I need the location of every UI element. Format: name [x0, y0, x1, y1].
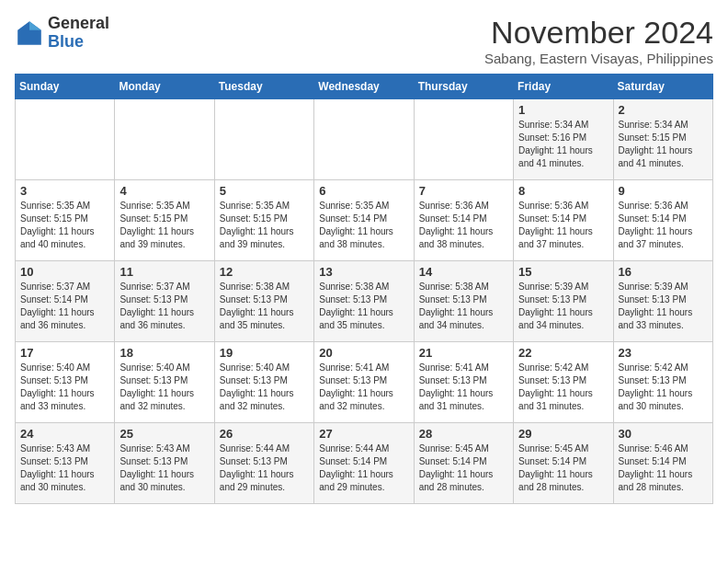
column-header-thursday: Thursday [414, 75, 513, 99]
day-info: Sunrise: 5:39 AM Sunset: 5:13 PM Dayligh… [518, 281, 608, 332]
day-number: 16 [619, 265, 708, 279]
day-info: Sunrise: 5:38 AM Sunset: 5:13 PM Dayligh… [220, 281, 309, 332]
day-number: 2 [619, 103, 708, 117]
logo: General Blue [15, 15, 109, 52]
calendar-week-row: 24Sunrise: 5:43 AM Sunset: 5:13 PM Dayli… [16, 423, 713, 504]
day-info: Sunrise: 5:44 AM Sunset: 5:14 PM Dayligh… [319, 442, 408, 494]
day-number: 20 [319, 346, 408, 360]
day-number: 1 [518, 103, 608, 117]
day-info: Sunrise: 5:41 AM Sunset: 5:13 PM Dayligh… [419, 362, 508, 413]
column-header-sunday: Sunday [16, 75, 115, 99]
day-info: Sunrise: 5:40 AM Sunset: 5:13 PM Dayligh… [220, 362, 309, 413]
logo-general: General [48, 14, 109, 32]
calendar-cell: 5Sunrise: 5:35 AM Sunset: 5:15 PM Daylig… [214, 180, 313, 261]
day-number: 14 [419, 265, 508, 279]
day-number: 5 [220, 184, 309, 198]
day-info: Sunrise: 5:42 AM Sunset: 5:13 PM Dayligh… [518, 362, 608, 413]
day-info: Sunrise: 5:35 AM Sunset: 5:15 PM Dayligh… [220, 200, 309, 251]
calendar-week-row: 17Sunrise: 5:40 AM Sunset: 5:13 PM Dayli… [16, 342, 713, 423]
calendar-cell: 13Sunrise: 5:38 AM Sunset: 5:13 PM Dayli… [314, 261, 414, 342]
day-number: 24 [20, 427, 109, 441]
logo-blue: Blue [48, 32, 84, 51]
day-info: Sunrise: 5:44 AM Sunset: 5:13 PM Dayligh… [220, 442, 309, 494]
day-number: 8 [518, 184, 608, 198]
day-number: 26 [220, 427, 309, 441]
day-number: 13 [319, 265, 408, 279]
day-number: 15 [518, 265, 608, 279]
calendar-cell: 27Sunrise: 5:44 AM Sunset: 5:14 PM Dayli… [314, 423, 414, 504]
calendar-cell: 22Sunrise: 5:42 AM Sunset: 5:13 PM Dayli… [514, 342, 613, 423]
calendar-cell: 10Sunrise: 5:37 AM Sunset: 5:14 PM Dayli… [16, 261, 115, 342]
day-info: Sunrise: 5:45 AM Sunset: 5:14 PM Dayligh… [518, 442, 608, 494]
calendar-cell [214, 99, 313, 180]
day-number: 27 [319, 427, 408, 441]
day-info: Sunrise: 5:42 AM Sunset: 5:13 PM Dayligh… [619, 362, 708, 413]
day-number: 25 [119, 427, 209, 441]
calendar-cell [314, 99, 414, 180]
calendar-cell: 18Sunrise: 5:40 AM Sunset: 5:13 PM Dayli… [115, 342, 214, 423]
day-info: Sunrise: 5:45 AM Sunset: 5:14 PM Dayligh… [419, 442, 508, 494]
svg-marker-1 [29, 21, 41, 30]
calendar-cell: 12Sunrise: 5:38 AM Sunset: 5:13 PM Dayli… [214, 261, 313, 342]
calendar-cell: 6Sunrise: 5:35 AM Sunset: 5:14 PM Daylig… [314, 180, 414, 261]
day-info: Sunrise: 5:35 AM Sunset: 5:15 PM Dayligh… [20, 200, 109, 251]
day-info: Sunrise: 5:38 AM Sunset: 5:13 PM Dayligh… [319, 281, 408, 332]
day-number: 22 [518, 346, 608, 360]
calendar-cell: 23Sunrise: 5:42 AM Sunset: 5:13 PM Dayli… [613, 342, 712, 423]
day-number: 29 [518, 427, 608, 441]
calendar-cell: 2Sunrise: 5:34 AM Sunset: 5:15 PM Daylig… [613, 99, 712, 180]
calendar-cell: 17Sunrise: 5:40 AM Sunset: 5:13 PM Dayli… [16, 342, 115, 423]
calendar-cell: 8Sunrise: 5:36 AM Sunset: 5:14 PM Daylig… [514, 180, 613, 261]
day-number: 6 [319, 184, 408, 198]
day-info: Sunrise: 5:35 AM Sunset: 5:14 PM Dayligh… [319, 200, 408, 251]
calendar-cell: 30Sunrise: 5:46 AM Sunset: 5:14 PM Dayli… [613, 423, 712, 504]
day-number: 23 [619, 346, 708, 360]
day-info: Sunrise: 5:35 AM Sunset: 5:15 PM Dayligh… [119, 200, 209, 251]
calendar-cell [414, 99, 513, 180]
day-number: 3 [20, 184, 109, 198]
day-number: 12 [220, 265, 309, 279]
day-info: Sunrise: 5:40 AM Sunset: 5:13 PM Dayligh… [119, 362, 209, 413]
calendar-week-row: 1Sunrise: 5:34 AM Sunset: 5:16 PM Daylig… [16, 99, 713, 180]
column-header-friday: Friday [514, 75, 613, 99]
calendar-cell: 28Sunrise: 5:45 AM Sunset: 5:14 PM Dayli… [414, 423, 513, 504]
day-info: Sunrise: 5:39 AM Sunset: 5:13 PM Dayligh… [619, 281, 708, 332]
page-header: General Blue November 2024 Sabang, Easte… [15, 15, 713, 66]
calendar-cell: 1Sunrise: 5:34 AM Sunset: 5:16 PM Daylig… [514, 99, 613, 180]
day-info: Sunrise: 5:41 AM Sunset: 5:13 PM Dayligh… [319, 362, 408, 413]
calendar-header-row: SundayMondayTuesdayWednesdayThursdayFrid… [16, 75, 713, 99]
day-number: 7 [419, 184, 508, 198]
calendar-cell: 26Sunrise: 5:44 AM Sunset: 5:13 PM Dayli… [214, 423, 313, 504]
day-info: Sunrise: 5:40 AM Sunset: 5:13 PM Dayligh… [20, 362, 109, 413]
calendar-cell [16, 99, 115, 180]
calendar-cell: 19Sunrise: 5:40 AM Sunset: 5:13 PM Dayli… [214, 342, 313, 423]
day-number: 4 [119, 184, 209, 198]
day-info: Sunrise: 5:36 AM Sunset: 5:14 PM Dayligh… [518, 200, 608, 251]
calendar-cell: 21Sunrise: 5:41 AM Sunset: 5:13 PM Dayli… [414, 342, 513, 423]
calendar-week-row: 10Sunrise: 5:37 AM Sunset: 5:14 PM Dayli… [16, 261, 713, 342]
day-info: Sunrise: 5:43 AM Sunset: 5:13 PM Dayligh… [119, 442, 209, 494]
calendar-cell [115, 99, 214, 180]
column-header-wednesday: Wednesday [314, 75, 414, 99]
day-info: Sunrise: 5:37 AM Sunset: 5:13 PM Dayligh… [119, 281, 209, 332]
day-info: Sunrise: 5:37 AM Sunset: 5:14 PM Dayligh… [20, 281, 109, 332]
calendar-week-row: 3Sunrise: 5:35 AM Sunset: 5:15 PM Daylig… [16, 180, 713, 261]
logo-icon [15, 18, 44, 48]
location: Sabang, Eastern Visayas, Philippines [484, 51, 713, 66]
day-info: Sunrise: 5:46 AM Sunset: 5:14 PM Dayligh… [619, 442, 708, 494]
column-header-saturday: Saturday [613, 75, 712, 99]
day-info: Sunrise: 5:36 AM Sunset: 5:14 PM Dayligh… [619, 200, 708, 251]
day-number: 21 [419, 346, 508, 360]
day-number: 18 [119, 346, 209, 360]
calendar-cell: 16Sunrise: 5:39 AM Sunset: 5:13 PM Dayli… [613, 261, 712, 342]
calendar-cell: 7Sunrise: 5:36 AM Sunset: 5:14 PM Daylig… [414, 180, 513, 261]
day-info: Sunrise: 5:43 AM Sunset: 5:13 PM Dayligh… [20, 442, 109, 494]
day-number: 9 [619, 184, 708, 198]
calendar-cell: 25Sunrise: 5:43 AM Sunset: 5:13 PM Dayli… [115, 423, 214, 504]
day-number: 11 [119, 265, 209, 279]
column-header-tuesday: Tuesday [214, 75, 313, 99]
calendar-cell: 29Sunrise: 5:45 AM Sunset: 5:14 PM Dayli… [514, 423, 613, 504]
day-info: Sunrise: 5:36 AM Sunset: 5:14 PM Dayligh… [419, 200, 508, 251]
calendar-cell: 14Sunrise: 5:38 AM Sunset: 5:13 PM Dayli… [414, 261, 513, 342]
calendar-cell: 20Sunrise: 5:41 AM Sunset: 5:13 PM Dayli… [314, 342, 414, 423]
